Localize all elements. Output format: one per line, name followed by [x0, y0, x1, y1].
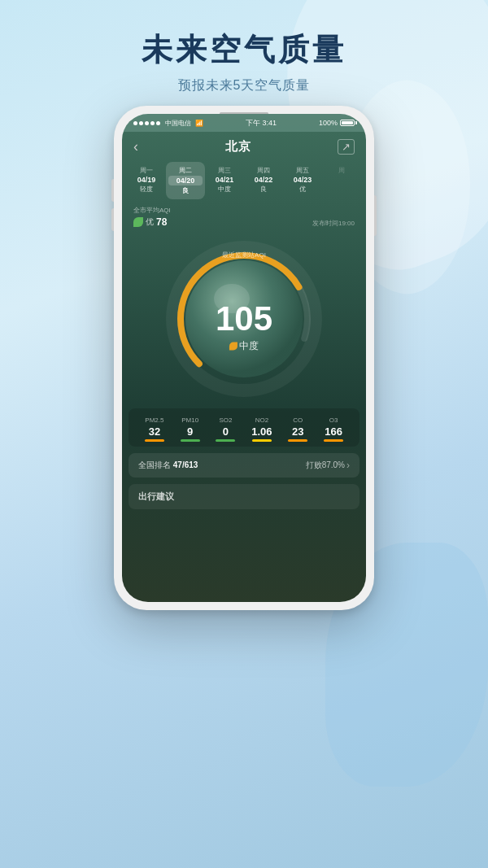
day-quality-friday: 优 — [285, 185, 320, 194]
pollutant-pm25: PM2.5 32 — [145, 417, 164, 442]
day-name-tuesday: 周二 — [168, 166, 203, 175]
phone-screen: 中国电信 📶 下午 3:41 100% ‹ 北京 ↗ — [122, 114, 366, 602]
battery-percent: 100% — [319, 119, 338, 127]
gauge-center: 105 中度 — [216, 286, 272, 353]
pollutant-o3: O3 166 — [324, 417, 343, 442]
pollutant-co: CO 23 — [288, 417, 307, 442]
status-time: 下午 3:41 — [246, 118, 277, 129]
gauge-quality-text: 中度 — [239, 339, 259, 353]
main-title: 未来空气质量 — [0, 29, 488, 71]
status-right: 100% — [319, 119, 355, 127]
pollutant-co-name: CO — [288, 417, 307, 424]
signal-dot-2 — [139, 121, 143, 125]
ranking-value: 47/613 — [173, 460, 198, 469]
pollutant-o3-bar — [324, 439, 343, 442]
day-date-monday: 04/19 — [129, 176, 163, 184]
ranking-label: 全国排名 47/613 — [138, 460, 198, 471]
leaf-icon-green — [133, 217, 143, 227]
pollutant-no2-value: 1.06 — [251, 425, 272, 438]
ranking-row[interactable]: 全国排名 47/613 打败87.0% › — [129, 453, 359, 478]
carrier-name: 中国电信 — [165, 119, 191, 128]
signal-dot-4 — [150, 121, 155, 125]
day-date-tuesday: 04/20 — [168, 176, 203, 185]
pollutant-pm25-value: 32 — [145, 425, 164, 438]
day-name-friday: 周五 — [285, 166, 320, 175]
pollutant-pm10: PM10 9 — [181, 417, 200, 442]
wifi-icon: 📶 — [195, 120, 203, 127]
header-section: 未来空气质量 预报未来5天空气质量 — [0, 0, 488, 94]
chevron-right-icon: › — [346, 460, 350, 471]
aqi-num-text: 78 — [156, 216, 167, 228]
day-date-thursday: 04/22 — [246, 176, 281, 184]
share-button[interactable]: ↗ — [338, 139, 355, 155]
gauge-aqi-value: 105 — [216, 302, 272, 336]
day-name-extra: 周 — [325, 166, 359, 175]
gauge-quality: 中度 — [216, 339, 272, 353]
day-tab-tuesday[interactable]: 周二 04/20 良 — [166, 162, 205, 199]
day-tabs: 周一 04/19 轻度 周二 04/20 良 周三 04/21 中度 — [127, 162, 361, 199]
nav-bar: ‹ 北京 ↗ — [122, 132, 366, 162]
pollutant-no2-bar — [252, 439, 272, 442]
gauge-leaf-icon — [229, 342, 237, 350]
beat-label: 打败87.0% — [306, 460, 345, 471]
pollutant-pm10-value: 9 — [181, 425, 200, 438]
gauge-container: 最近监测站AQI — [163, 238, 325, 400]
day-name-monday: 周一 — [129, 166, 163, 175]
day-tab-friday[interactable]: 周五 04/23 优 — [283, 162, 322, 199]
gauge-station-label: 最近监测站AQI — [222, 251, 266, 260]
day-tab-monday[interactable]: 周一 04/19 轻度 — [127, 162, 166, 199]
volume-up-button — [111, 179, 114, 202]
travel-section: 出行建议 — [129, 484, 359, 509]
city-aqi-label: 全市平均AQI — [133, 206, 171, 215]
day-quality-thursday: 良 — [246, 185, 281, 194]
pollutant-co-value: 23 — [288, 425, 307, 438]
day-name-wednesday: 周三 — [207, 166, 242, 175]
signal-dot-1 — [133, 121, 137, 125]
status-bar: 中国电信 📶 下午 3:41 100% — [122, 114, 366, 132]
publish-time: 发布时间19:00 — [312, 219, 355, 228]
pollutant-so2-value: 0 — [216, 425, 235, 438]
pollutant-so2: SO2 0 — [216, 417, 235, 442]
sub-title: 预报未来5天空气质量 — [0, 77, 488, 94]
back-button[interactable]: ‹ — [133, 138, 138, 155]
city-aqi-value: 优 78 — [133, 216, 171, 228]
day-quality-tuesday: 良 — [168, 186, 203, 195]
signal-dot-5 — [156, 121, 160, 125]
volume-down-button — [111, 208, 114, 231]
pollutant-pm25-name: PM2.5 — [145, 417, 164, 424]
app-screen: ‹ 北京 ↗ 周一 04/19 轻度 周二 04/20 良 — [122, 132, 366, 602]
day-tab-thursday[interactable]: 周四 04/22 良 — [244, 162, 283, 199]
pollutants-row: PM2.5 32 PM10 9 SO2 0 N — [129, 408, 359, 447]
day-quality-monday: 轻度 — [129, 185, 163, 194]
pollutant-so2-name: SO2 — [216, 417, 235, 424]
pollutant-so2-bar — [216, 439, 235, 442]
day-date-friday: 04/23 — [285, 176, 320, 184]
aqi-info-row: 全市平均AQI 优 78 发布时间19:00 — [122, 203, 366, 231]
day-name-thursday: 周四 — [246, 166, 281, 175]
battery-icon — [340, 120, 355, 126]
ranking-prefix: 全国排名 — [138, 460, 173, 469]
status-left: 中国电信 📶 — [133, 119, 203, 128]
signal-dot-3 — [145, 121, 149, 125]
aqi-quality-text: 优 — [146, 216, 154, 228]
power-button — [374, 195, 377, 236]
pollutant-co-bar — [288, 439, 307, 442]
day-quality-wednesday: 中度 — [207, 185, 242, 194]
pollutant-pm10-name: PM10 — [181, 417, 200, 424]
travel-title: 出行建议 — [138, 491, 350, 503]
day-tab-wednesday[interactable]: 周三 04/21 中度 — [205, 162, 244, 199]
signal-dots — [133, 121, 160, 125]
phone-mockup: 中国电信 📶 下午 3:41 100% ‹ 北京 ↗ — [114, 106, 374, 610]
pollutant-o3-value: 166 — [324, 425, 343, 438]
pollutant-no2: NO2 1.06 — [251, 417, 272, 442]
pollutant-pm10-bar — [181, 439, 200, 442]
phone-outer: 中国电信 📶 下午 3:41 100% ‹ 北京 ↗ — [114, 106, 374, 610]
day-tab-extra[interactable]: 周 — [322, 162, 361, 199]
nav-title: 北京 — [225, 139, 251, 155]
ranking-right: 打败87.0% › — [306, 460, 350, 471]
pollutant-pm25-bar — [145, 439, 164, 442]
day-date-wednesday: 04/21 — [207, 176, 242, 184]
pollutant-o3-name: O3 — [324, 417, 343, 424]
battery-fill — [342, 121, 353, 124]
pollutant-no2-name: NO2 — [251, 417, 272, 424]
